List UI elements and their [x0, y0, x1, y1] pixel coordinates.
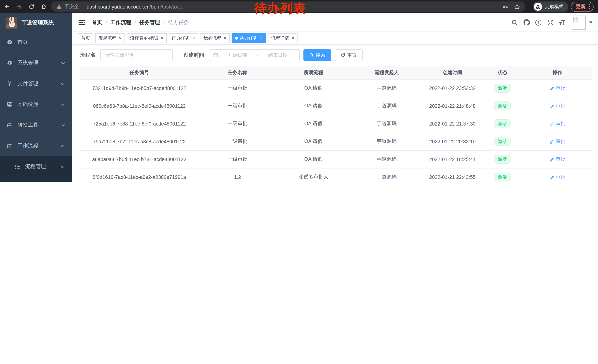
approve-link[interactable]: 审批: [549, 138, 565, 145]
chevron-down-icon: [61, 103, 65, 106]
tab-label: 已办任务: [172, 35, 190, 41]
home-icon[interactable]: [40, 4, 47, 10]
cell-task-name: 一级审批: [199, 97, 276, 115]
cell-task-name: 一级审批: [199, 133, 276, 150]
tab-6[interactable]: 流程详情×: [268, 33, 298, 43]
cell-task-id: 75d72608-7b7f-11ec-a3c8-acde48001122: [80, 133, 199, 150]
sidebar-item-label: 首页: [17, 39, 28, 46]
filter-form: 流程名 请输入流程名 创建时间 开始日期 - 结束日期: [80, 49, 592, 61]
cell-initiator: 芋道源码: [350, 150, 423, 168]
tab-close-icon[interactable]: ×: [260, 36, 263, 40]
sidebar-item-2[interactable]: 支付管理: [0, 73, 72, 94]
forward-icon[interactable]: [16, 4, 22, 10]
cell-created: 2022-01-22 21:37:30: [423, 115, 482, 133]
tags-view: 首页发起流程×流程表单-编辑×已办任务×我的流程×待办任务×流程详情×: [72, 32, 598, 44]
reset-button[interactable]: 重置: [335, 49, 363, 61]
table-row-3: 75d72608-7b7f-11ec-a3c8-acde48001122一级审批…: [80, 133, 592, 150]
sidebar-item-4[interactable]: 研发工具: [0, 115, 72, 136]
process-name-input[interactable]: 请输入流程名: [100, 49, 173, 61]
approve-link[interactable]: 审批: [549, 103, 565, 109]
process-name-placeholder: 请输入流程名: [105, 52, 134, 58]
column-header-0: 任务编号: [80, 66, 199, 79]
approve-link[interactable]: 审批: [549, 85, 565, 91]
fullscreen-icon[interactable]: [545, 17, 555, 28]
breadcrumb-item-2[interactable]: 任务管理: [139, 19, 160, 26]
warning-triangle-icon: [56, 4, 62, 9]
tab-close-icon[interactable]: ×: [119, 36, 122, 40]
cell-task-name: 一级审批: [199, 150, 276, 168]
approve-link[interactable]: 审批: [549, 174, 565, 180]
column-header-1: 任务名称: [199, 66, 276, 79]
table-row-2: 725a1eb6-7b88-11ec-8ef0-acde48001122一级审批…: [80, 115, 592, 133]
sidebar-item-3[interactable]: 基础设施: [0, 94, 72, 115]
briefcase-icon: [6, 143, 13, 149]
cell-task-id: 8f0d1619-7ac8-11ec-a9e2-a2380e71991a: [80, 168, 199, 182]
column-header-3: 流程发起人: [350, 66, 423, 79]
search-icon[interactable]: [509, 17, 520, 28]
table-header-row: 任务编号任务名称所属流程流程发起人创建时间状态操作: [80, 66, 592, 79]
github-icon[interactable]: [521, 17, 532, 28]
tab-4[interactable]: 我的流程×: [200, 33, 230, 43]
tab-0[interactable]: 首页: [78, 33, 93, 43]
tab-close-icon[interactable]: ×: [224, 36, 226, 40]
date-separator: -: [256, 52, 260, 58]
breadcrumb-item-0[interactable]: 首页: [92, 19, 102, 26]
search-button[interactable]: 搜索: [303, 49, 331, 61]
key-icon[interactable]: [502, 4, 508, 10]
monitor-icon: [6, 101, 13, 108]
tab-label: 待办任务: [240, 35, 257, 41]
breadcrumb-item-1[interactable]: 工作流程: [110, 19, 131, 26]
bookmark-star-icon[interactable]: [514, 4, 520, 10]
sidebar-item-1[interactable]: 系统管理: [0, 53, 72, 73]
active-tab-dot: [235, 37, 238, 40]
edit-icon: [549, 104, 554, 108]
date-end-placeholder[interactable]: 结束日期: [260, 52, 296, 58]
cell-process: OA 请假: [276, 115, 350, 133]
search-button-label: 搜索: [316, 52, 325, 58]
date-range-input[interactable]: 开始日期 - 结束日期: [209, 49, 300, 61]
cell-initiator: 芋道源码: [350, 79, 423, 97]
tab-label: 发起流程: [99, 35, 116, 41]
status-badge: 激活: [494, 137, 511, 146]
reload-icon[interactable]: [28, 4, 34, 10]
sidebar-item-label: 流程管理: [25, 163, 46, 170]
sidebar-item-6[interactable]: 流程管理: [0, 156, 72, 177]
tab-3[interactable]: 已办任务×: [169, 33, 198, 43]
status-badge: 激活: [494, 173, 511, 182]
browser-toolbar: 不安全 dashboard.yudao.iocoder.cn/bpm/task/…: [0, 0, 598, 13]
sidebar-item-5[interactable]: 工作流程: [0, 136, 72, 156]
edit-icon: [549, 86, 554, 90]
hamburger-icon[interactable]: [78, 18, 86, 26]
sidebar: 芋道管理系统 首页系统管理支付管理基础设施研发工具工作流程流程管理任务管理我的流…: [0, 13, 72, 182]
tab-close-icon[interactable]: ×: [161, 36, 163, 40]
breadcrumb-item-3: 待办任务: [168, 19, 189, 26]
font-size-icon[interactable]: [557, 17, 567, 28]
cell-task-name: 一级审批: [199, 115, 276, 133]
cell-task-name: 1.2: [199, 168, 276, 182]
approve-link[interactable]: 审批: [549, 120, 565, 127]
approve-link[interactable]: 审批: [549, 156, 565, 162]
caret-down-icon[interactable]: [589, 21, 592, 24]
security-label[interactable]: 不安全: [65, 3, 79, 10]
tab-close-icon[interactable]: ×: [192, 36, 195, 40]
tab-2[interactable]: 流程表单-编辑×: [127, 33, 167, 43]
back-icon[interactable]: [4, 4, 10, 10]
edit-icon: [549, 139, 554, 144]
column-header-4: 创建时间: [423, 66, 482, 79]
help-icon[interactable]: ?: [533, 17, 544, 28]
list-tree-icon: [14, 163, 20, 170]
tab-1[interactable]: 发起流程×: [95, 33, 125, 43]
chevron-down-icon: [61, 165, 65, 168]
sidebar-item-7[interactable]: 任务管理: [0, 177, 72, 182]
update-button[interactable]: 更新: [571, 2, 594, 12]
cell-process: OA 请假: [276, 97, 350, 115]
tab-close-icon[interactable]: ×: [291, 36, 294, 40]
date-start-placeholder[interactable]: 开始日期: [220, 52, 256, 58]
browser-menu-icon[interactable]: [589, 4, 590, 10]
create-time-label: 创建时间: [183, 52, 204, 58]
avatar[interactable]: [572, 15, 586, 29]
tab-5[interactable]: 待办任务×: [232, 33, 266, 43]
tab-label: 我的流程: [203, 35, 221, 41]
sidebar-item-0[interactable]: 首页: [0, 32, 72, 53]
main-area: 首页/工作流程/任务管理/待办任务 ?: [72, 13, 598, 182]
